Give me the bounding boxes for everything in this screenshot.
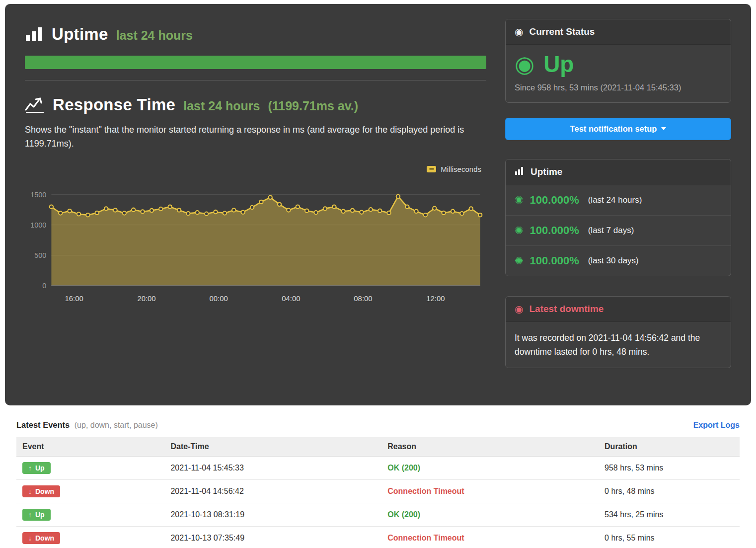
starburst-icon: ✺ <box>515 225 524 235</box>
events-table: EventDate-TimeReasonDuration ↑Up2021-11-… <box>16 437 740 548</box>
current-status-card: ◉ Current Status ◉ Up Since 958 hrs, 53 … <box>505 19 731 103</box>
latest-events-title: Latest Events <box>16 420 70 429</box>
down-badge: ↓Down <box>22 532 60 544</box>
datetime-cell: 2021-11-04 14:56:42 <box>164 480 381 503</box>
svg-text:0: 0 <box>42 282 46 290</box>
uptime-period: (last 7 days) <box>588 226 634 235</box>
test-notification-button[interactable]: Test notification setup <box>505 118 731 140</box>
chevron-down-icon <box>661 127 666 130</box>
bar-chart-small-icon <box>515 166 525 178</box>
svg-text:00:00: 00:00 <box>209 294 227 302</box>
current-status-body: ◉ Up Since 958 hrs, 53 mins (2021-11-04 … <box>506 45 731 102</box>
column-header-reason: Reason <box>381 437 599 457</box>
monitor-panel: Uptime last 24 hours Response Time last … <box>5 4 751 405</box>
datetime-cell: 2021-11-04 15:45:33 <box>164 457 381 480</box>
uptime-stat-row: ✺100.000%(last 24 hours) <box>506 185 731 216</box>
uptime-percent: 100.000% <box>530 254 579 267</box>
svg-text:1000: 1000 <box>30 221 46 229</box>
export-logs-link[interactable]: Export Logs <box>693 421 740 430</box>
latest-events-header: Latest Events (up, down, start, pause) E… <box>16 420 740 430</box>
starburst-icon: ✺ <box>515 195 524 205</box>
column-header-event: Event <box>16 437 164 457</box>
svg-text:12:00: 12:00 <box>426 294 445 302</box>
svg-text:16:00: 16:00 <box>65 294 83 302</box>
uptime-stat-row: ✺100.000%(last 30 days) <box>506 246 731 276</box>
latest-events-subtitle: (up, down, start, pause) <box>75 421 158 429</box>
test-notification-label: Test notification setup <box>570 124 657 134</box>
uptime-stats-header-label: Uptime <box>530 166 562 177</box>
uptime-percent: 100.000% <box>530 224 579 237</box>
uptime-period: (last 24 hours) <box>588 195 642 205</box>
response-time-title: Response Time <box>53 95 175 114</box>
uptime-section-header: Uptime last 24 hours <box>25 25 486 44</box>
uptime-period: (last 30 days) <box>588 256 639 266</box>
response-section-header: Response Time last 24 hours (1199.71ms a… <box>25 95 486 114</box>
uptime-stats-card: Uptime ✺100.000%(last 24 hours)✺100.000%… <box>505 159 731 276</box>
line-chart-icon <box>25 97 45 113</box>
svg-text:20:00: 20:00 <box>137 294 155 302</box>
up-arrow-icon: ↑ <box>28 511 32 519</box>
reason-text: Connection Timeout <box>387 487 464 495</box>
latest-downtime-card: ◉ Latest downtime It was recorded on 202… <box>505 296 731 368</box>
latest-downtime-text: It was recorded on 2021-11-04 14:56:42 a… <box>506 322 731 368</box>
duration-cell: 0 hrs, 48 mins <box>599 480 740 503</box>
svg-text:500: 500 <box>34 251 46 259</box>
status-line: ◉ Up <box>515 52 722 77</box>
response-time-average: (1199.71ms av.) <box>268 99 358 113</box>
response-time-chart-area: Milliseconds 05001000150016:0020:0000:00… <box>25 165 486 311</box>
status-up-label: Up <box>543 52 574 77</box>
duration-cell: 0 hrs, 55 mins <box>599 527 740 548</box>
current-status-header: ◉ Current Status <box>506 19 731 45</box>
table-row: ↑Up2021-11-04 15:45:33OK (200)958 hrs, 5… <box>16 457 740 480</box>
events-table-header-row: EventDate-TimeReasonDuration <box>16 437 740 457</box>
event-cell: ↑Up <box>16 457 164 480</box>
uptime-title: Uptime <box>52 25 108 44</box>
down-arrow-icon: ↓ <box>28 534 32 542</box>
up-badge: ↑Up <box>22 462 51 474</box>
event-cell: ↓Down <box>16 480 164 503</box>
status-bullseye-icon: ◉ <box>515 27 523 37</box>
current-status-header-label: Current Status <box>529 26 595 37</box>
svg-text:04:00: 04:00 <box>282 294 300 302</box>
reason-cell: Connection Timeout <box>381 527 599 548</box>
table-row: ↑Up2021-10-13 08:31:19OK (200)534 hrs, 2… <box>16 503 740 527</box>
response-time-description: Shows the "instant" that the monitor sta… <box>25 123 486 151</box>
monitor-main-column: Uptime last 24 hours Response Time last … <box>25 19 486 386</box>
section-divider <box>25 80 486 80</box>
reason-cell: OK (200) <box>381 503 599 527</box>
reason-text: Connection Timeout <box>387 534 464 542</box>
uptime-stat-row: ✺100.000%(last 7 days) <box>506 216 731 246</box>
latest-events-title-group: Latest Events (up, down, start, pause) <box>16 420 158 430</box>
datetime-cell: 2021-10-13 07:35:49 <box>164 527 381 548</box>
chart-legend: Milliseconds <box>25 165 486 173</box>
uptime-100-percent-bar <box>25 56 486 69</box>
status-since-text: Since 958 hrs, 53 mins (2021-11-04 15:45… <box>515 83 722 92</box>
downtime-bullseye-icon: ◉ <box>515 304 523 314</box>
up-arrow-icon: ↑ <box>28 464 32 472</box>
svg-text:1500: 1500 <box>30 191 46 199</box>
latest-events-section: Latest Events (up, down, start, pause) E… <box>0 405 756 548</box>
legend-swatch-icon <box>427 166 436 172</box>
reason-cell: Connection Timeout <box>381 480 599 503</box>
up-status-icon: ◉ <box>515 53 534 76</box>
uptime-subtitle: last 24 hours <box>116 28 193 43</box>
latest-downtime-header-label: Latest downtime <box>529 304 604 314</box>
down-arrow-icon: ↓ <box>28 487 32 495</box>
down-badge: ↓Down <box>22 485 60 497</box>
response-time-subtitle: last 24 hours <box>183 99 260 113</box>
column-header-date-time: Date-Time <box>164 437 381 457</box>
datetime-cell: 2021-10-13 08:31:19 <box>164 503 381 527</box>
uptime-percent: 100.000% <box>530 194 579 207</box>
reason-text: OK (200) <box>387 510 420 519</box>
legend-label: Milliseconds <box>441 165 481 173</box>
event-cell: ↓Down <box>16 527 164 548</box>
starburst-icon: ✺ <box>515 255 524 266</box>
uptime-stats-header: Uptime <box>506 159 731 185</box>
svg-text:08:00: 08:00 <box>354 294 372 302</box>
reason-cell: OK (200) <box>381 457 599 480</box>
response-time-chart: 05001000150016:0020:0000:0004:0008:0012:… <box>25 174 486 311</box>
bar-chart-icon <box>25 26 44 42</box>
reason-text: OK (200) <box>387 464 420 472</box>
up-badge: ↑Up <box>22 509 51 521</box>
uptime-stats-rows: ✺100.000%(last 24 hours)✺100.000%(last 7… <box>506 185 731 276</box>
